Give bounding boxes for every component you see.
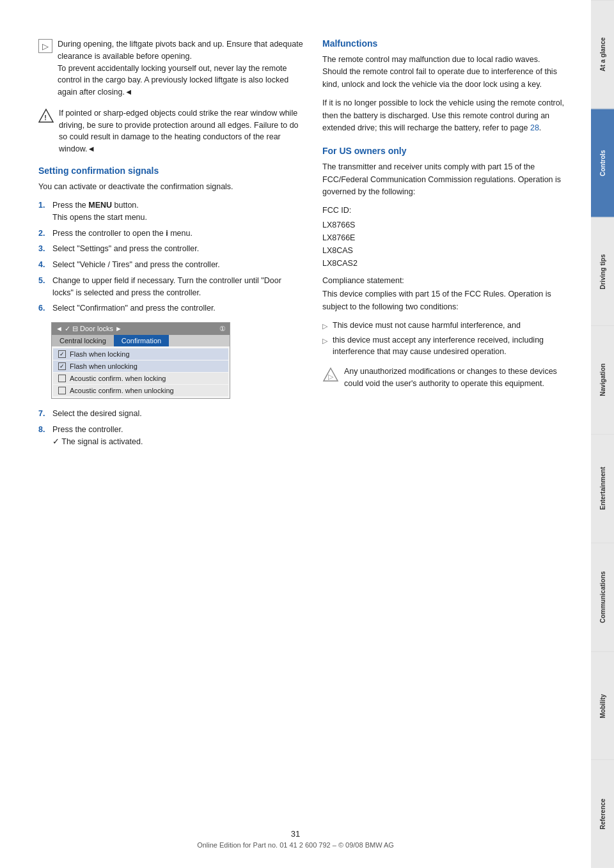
left-column: ▷ During opening, the liftgate pivots ba… xyxy=(38,38,303,842)
step-num-4: 4. xyxy=(38,259,49,271)
svg-text:!: ! xyxy=(44,114,47,121)
step-item-3: 3. Select "Settings" and press the contr… xyxy=(38,243,303,255)
bullet-text-2: this device must accept any interference… xyxy=(333,334,565,359)
screen-tabs: Central locking Confirmation xyxy=(52,335,230,346)
tab-central-locking: Central locking xyxy=(52,335,114,346)
screen-row-3: Acoustic confirm. when locking xyxy=(53,373,228,384)
checkbox-acoustic-locking xyxy=(58,375,66,382)
sidebar-item-navigation[interactable]: Navigation xyxy=(591,325,614,434)
fcc-code-1: LX8766S xyxy=(322,219,565,231)
sidebar-item-driving-tips[interactable]: Driving tips xyxy=(591,217,614,326)
screen-mockup: ◄ ✓ ⊟ Door locks ► ① Central locking Con… xyxy=(51,322,230,399)
step-text-3: Select "Settings" and press the controll… xyxy=(52,243,303,255)
sidebar-item-communications[interactable]: Communications xyxy=(591,543,614,651)
step-num-8: 8. xyxy=(38,424,49,436)
step-text-1: Press the MENU button.This opens the sta… xyxy=(52,199,303,224)
compliance-text: This device complies with part 15 of the… xyxy=(322,288,565,313)
step-item-8: 8. Press the controller.✓ The signal is … xyxy=(38,424,303,448)
triangle-note-icon: ▷ xyxy=(38,39,52,53)
step-item-7: 7. Select the desired signal. xyxy=(38,408,303,420)
step-text-5: Change to upper field if necessary. Turn… xyxy=(52,275,303,299)
step-num-3: 3. xyxy=(38,243,49,255)
svg-text:▷: ▷ xyxy=(328,373,334,380)
checkbox-flash-unlocking: ✓ xyxy=(58,362,66,370)
sidebar: At a glance Controls Driving tips Naviga… xyxy=(591,0,614,868)
screen-rows: ✓ Flash when locking ✓ Flash when unlock… xyxy=(52,346,230,398)
step-text-6: Select "Confirmation" and press the cont… xyxy=(52,302,303,314)
step-item-6: 6. Select "Confirmation" and press the c… xyxy=(38,302,303,314)
bullet-item-1: ▷ This device must not cause harmful int… xyxy=(322,320,565,332)
malfunctions-p1: The remote control may malfunction due t… xyxy=(322,54,565,91)
step-text-7: Select the desired signal. xyxy=(52,408,303,420)
note-text-1: During opening, the liftgate pivots back… xyxy=(58,38,303,98)
fcc-codes-list: LX8766S LX8766E LX8CAS LX8CAS2 xyxy=(322,219,565,270)
step-num-5: 5. xyxy=(38,275,49,287)
step-item-5: 5. Change to upper field if necessary. T… xyxy=(38,275,303,299)
main-content: ▷ During opening, the liftgate pivots ba… xyxy=(0,0,591,868)
row-label-3: Acoustic confirm. when locking xyxy=(70,375,166,382)
fcc-code-2: LX8766E xyxy=(322,231,565,244)
sidebar-item-mobility[interactable]: Mobility xyxy=(591,651,614,760)
note-box-1: ▷ During opening, the liftgate pivots ba… xyxy=(38,38,303,98)
sidebar-item-controls[interactable]: Controls xyxy=(591,109,614,217)
warning-triangle-icon: ! xyxy=(38,109,54,125)
fcc-code-3: LX8CAS xyxy=(322,244,565,257)
footer-text: Online Edition for Part no. 01 41 2 600 … xyxy=(0,841,591,849)
screen-header-left: ◄ ✓ ⊟ Door locks ► xyxy=(56,325,122,333)
page-number: 31 xyxy=(0,829,591,839)
for-us-title: For US owners only xyxy=(322,146,565,156)
step-text-2: Press the controller to open the i menu. xyxy=(52,228,303,240)
screen-row-1: ✓ Flash when locking xyxy=(53,348,228,360)
screen-header-right: ① xyxy=(219,325,226,333)
fcc-id-label: FCC ID: xyxy=(322,205,565,217)
screen-row-2: ✓ Flash when unlocking xyxy=(53,360,228,372)
row-label-2: Flash when unlocking xyxy=(70,362,138,370)
step-num-7: 7. xyxy=(38,408,49,420)
sidebar-item-reference[interactable]: Reference xyxy=(591,759,614,868)
warning-box-2: ▷ Any unauthorized modifications or chan… xyxy=(322,366,565,390)
checkbox-flash-locking: ✓ xyxy=(58,350,66,358)
sidebar-item-at-a-glance[interactable]: At a glance xyxy=(591,0,614,109)
triangle-warning-icon-2: ▷ xyxy=(322,367,339,384)
malfunctions-title: Malfunctions xyxy=(322,38,565,49)
fcc-code-4: LX8CAS2 xyxy=(322,257,565,270)
bullet-arrow-1: ▷ xyxy=(322,321,327,332)
section-confirmation-title: Setting confirmation signals xyxy=(38,166,303,176)
screen-header: ◄ ✓ ⊟ Door locks ► ① xyxy=(52,323,230,335)
steps-list-1: 1. Press the MENU button.This opens the … xyxy=(38,199,303,314)
steps-list-2: 7. Select the desired signal. 8. Press t… xyxy=(38,408,303,447)
row-label-1: Flash when locking xyxy=(70,350,130,358)
checkbox-acoustic-unlocking xyxy=(58,387,66,394)
tab-confirmation: Confirmation xyxy=(114,335,169,346)
warning-text-1: If pointed or sharp-edged objects could … xyxy=(59,107,303,155)
page-link-28[interactable]: 28 xyxy=(530,123,539,132)
section-intro: You can activate or deactivate the confi… xyxy=(38,181,303,193)
step-num-6: 6. xyxy=(38,302,49,314)
step-num-1: 1. xyxy=(38,199,49,212)
bullet-text-1: This device must not cause harmful inter… xyxy=(333,320,521,332)
row-label-4: Acoustic confirm. when unlocking xyxy=(70,387,174,394)
step-text-4: Select "Vehicle / Tires" and press the c… xyxy=(52,259,303,271)
page-wrapper: ▷ During opening, the liftgate pivots ba… xyxy=(0,0,614,868)
sidebar-item-entertainment[interactable]: Entertainment xyxy=(591,434,614,543)
bullet-item-2: ▷ this device must accept any interferen… xyxy=(322,334,565,359)
warning-box-1: ! If pointed or sharp-edged objects coul… xyxy=(38,107,303,155)
step-text-8: Press the controller.✓ The signal is act… xyxy=(52,424,303,448)
compliance-label: Compliance statement: xyxy=(322,275,565,287)
malfunctions-p2: If it is no longer possible to lock the … xyxy=(322,97,565,134)
screen-row-4: Acoustic confirm. when unlocking xyxy=(53,385,228,396)
page-footer: 31 Online Edition for Part no. 01 41 2 6… xyxy=(0,829,591,849)
right-column: Malfunctions The remote control may malf… xyxy=(322,38,565,842)
step-item-4: 4. Select "Vehicle / Tires" and press th… xyxy=(38,259,303,271)
step-num-2: 2. xyxy=(38,228,49,240)
step-item-1: 1. Press the MENU button.This opens the … xyxy=(38,199,303,224)
warning-text-2: Any unauthorized modifications or change… xyxy=(344,366,565,390)
for-us-p1: The transmitter and receiver units compl… xyxy=(322,161,565,198)
step-item-2: 2. Press the controller to open the i me… xyxy=(38,228,303,240)
compliance-bullets: ▷ This device must not cause harmful int… xyxy=(322,320,565,358)
bullet-arrow-2: ▷ xyxy=(322,336,327,346)
